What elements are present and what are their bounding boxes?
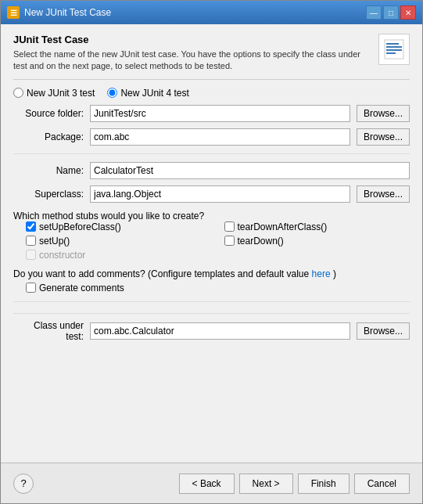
- maximize-button[interactable]: □: [383, 5, 399, 20]
- generate-comments-label: Generate comments: [39, 283, 124, 293]
- constructor-label: constructor: [39, 250, 85, 261]
- radio-junit3[interactable]: New JUnit 3 test: [13, 88, 95, 99]
- separator1: [13, 153, 410, 154]
- junit-icon: [383, 38, 405, 60]
- name-row: Name:: [13, 162, 410, 179]
- generate-comments-item[interactable]: Generate comments: [26, 283, 410, 293]
- radio-junit3-input[interactable]: [13, 88, 23, 98]
- source-folder-input[interactable]: [90, 105, 350, 122]
- help-button[interactable]: ?: [13, 473, 34, 494]
- setup-label: setUp(): [39, 236, 70, 247]
- header-icon: [378, 34, 410, 65]
- titlebar-left: ☰ New JUnit Test Case: [7, 6, 111, 19]
- constructor-item: constructor: [26, 250, 212, 261]
- back-button[interactable]: < Back: [179, 473, 235, 494]
- radio-junit3-label: New JUnit 3 test: [27, 88, 95, 99]
- svg-rect-4: [386, 52, 396, 54]
- svg-rect-3: [386, 49, 402, 51]
- class-under-test-label: Class under test:: [13, 320, 84, 342]
- header-text: JUnit Test Case Select the name of the n…: [13, 34, 371, 73]
- constructor-checkbox: [26, 250, 36, 260]
- comments-text: Do you want to add comments? (Configure …: [13, 268, 410, 279]
- package-row: Package: Browse...: [13, 128, 410, 146]
- comments-section: Do you want to add comments? (Configure …: [13, 268, 410, 293]
- teardown-item[interactable]: tearDown(): [224, 236, 410, 247]
- radio-junit4-input[interactable]: [107, 88, 117, 98]
- radio-junit4[interactable]: New JUnit 4 test: [107, 88, 188, 99]
- close-button[interactable]: ✕: [400, 5, 416, 20]
- setup-before-class-item[interactable]: setUpBeforeClass(): [26, 221, 212, 232]
- teardown-after-class-label: tearDownAfterClass(): [238, 221, 328, 232]
- header-section: JUnit Test Case Select the name of the n…: [13, 34, 410, 80]
- titlebar: ☰ New JUnit Test Case — □ ✕: [1, 1, 422, 24]
- footer-left: ?: [13, 473, 34, 494]
- package-input[interactable]: [90, 128, 350, 146]
- package-browse-button[interactable]: Browse...: [357, 128, 410, 146]
- checkbox-grid: setUpBeforeClass() tearDownAfterClass() …: [26, 221, 410, 261]
- package-label: Package:: [13, 131, 84, 142]
- titlebar-buttons: — □ ✕: [366, 5, 416, 20]
- finish-button[interactable]: Finish: [298, 473, 350, 494]
- teardown-checkbox[interactable]: [224, 236, 235, 246]
- class-under-test-browse-button[interactable]: Browse...: [357, 322, 410, 340]
- method-stubs-section: Which method stubs would you like to cre…: [13, 209, 410, 261]
- radio-junit4-label: New JUnit 4 test: [120, 88, 188, 99]
- name-input[interactable]: [90, 162, 410, 179]
- next-button[interactable]: Next >: [239, 473, 293, 494]
- class-under-test-input[interactable]: [90, 322, 350, 340]
- class-under-test-row: Class under test: Browse...: [13, 313, 410, 342]
- radio-group: New JUnit 3 test New JUnit 4 test: [13, 88, 410, 99]
- generate-comments-checkbox[interactable]: [26, 283, 36, 293]
- teardown-after-class-item[interactable]: tearDownAfterClass(): [224, 221, 410, 232]
- main-window: ☰ New JUnit Test Case — □ ✕ JUnit Test C…: [0, 0, 423, 504]
- spacer: [13, 348, 410, 453]
- cancel-button[interactable]: Cancel: [354, 473, 410, 494]
- teardown-after-class-checkbox[interactable]: [224, 221, 235, 232]
- header-title: JUnit Test Case: [13, 34, 371, 45]
- setup-before-class-label: setUpBeforeClass(): [39, 221, 121, 232]
- comments-text-before: Do you want to add comments? (Configure …: [13, 268, 309, 279]
- comments-link[interactable]: here: [312, 268, 331, 279]
- setup-before-class-checkbox[interactable]: [26, 221, 36, 232]
- svg-rect-1: [386, 43, 399, 45]
- content-area: JUnit Test Case Select the name of the n…: [1, 24, 422, 463]
- footer-right: < Back Next > Finish Cancel: [179, 473, 410, 494]
- footer: ? < Back Next > Finish Cancel: [1, 463, 422, 503]
- superclass-browse-button[interactable]: Browse...: [357, 185, 410, 203]
- window-icon: ☰: [7, 6, 20, 19]
- minimize-button[interactable]: —: [366, 5, 382, 20]
- superclass-row: Superclass: Browse...: [13, 185, 410, 203]
- setup-item[interactable]: setUp(): [26, 236, 212, 247]
- method-stubs-label: Which method stubs would you like to cre…: [13, 211, 410, 221]
- superclass-label: Superclass:: [13, 189, 84, 200]
- setup-checkbox[interactable]: [26, 236, 36, 246]
- superclass-input[interactable]: [90, 185, 350, 203]
- name-label: Name:: [13, 165, 84, 176]
- window-title: New JUnit Test Case: [24, 7, 111, 18]
- svg-rect-2: [386, 46, 402, 48]
- header-description: Select the name of the new JUnit test ca…: [13, 49, 371, 73]
- source-folder-label: Source folder:: [13, 108, 84, 119]
- comments-text-after: ): [333, 268, 336, 279]
- source-folder-browse-button[interactable]: Browse...: [357, 105, 410, 122]
- separator2: [13, 301, 410, 302]
- source-folder-row: Source folder: Browse...: [13, 105, 410, 122]
- teardown-label: tearDown(): [238, 236, 284, 247]
